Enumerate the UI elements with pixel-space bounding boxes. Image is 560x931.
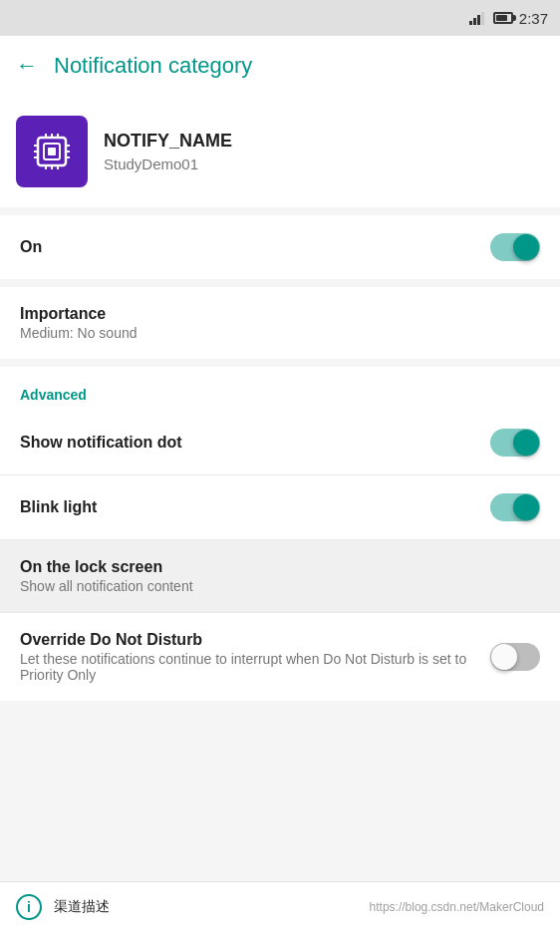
dnd-toggle[interactable] [490,643,540,671]
show-dot-toggle[interactable] [490,429,540,457]
importance-value: Medium: No sound [20,325,540,341]
bottom-watermark: i 渠道描述 https://blog.csdn.net/MakerCloud [0,881,560,931]
status-bar: 2:37 [0,0,560,36]
signal-icon [469,11,487,25]
advanced-header: Advanced [0,367,560,411]
svg-rect-2 [477,15,480,25]
lock-screen-value: Show all notification content [20,578,540,594]
importance-label: Importance [20,305,540,323]
app-text-info: NOTIFY_NAME StudyDemo01 [104,131,232,172]
bottom-url: https://blog.csdn.net/MakerCloud [370,900,544,914]
importance-section: Importance Medium: No sound [0,287,560,359]
show-dot-label: Show notification dot [20,434,182,451]
importance-row[interactable]: Importance Medium: No sound [0,287,560,359]
dnd-value: Let these notifications continue to inte… [20,651,478,683]
on-section: On [0,215,560,279]
app-package: StudyDemo01 [104,155,232,172]
app-icon-svg [28,128,76,175]
svg-rect-0 [469,21,472,25]
channel-label: 渠道描述 [54,898,110,916]
svg-rect-1 [473,18,476,25]
advanced-section: Advanced Show notification dot Blink lig… [0,367,560,701]
svg-rect-3 [481,12,484,25]
on-toggle-row: On [0,215,560,279]
app-icon [16,116,88,187]
page-title: Notification category [54,53,252,79]
blink-light-row: Blink light [0,475,560,540]
app-name: NOTIFY_NAME [104,131,232,152]
svg-rect-6 [48,148,56,155]
dnd-row: Override Do Not Disturb Let these notifi… [0,613,560,701]
blink-light-toggle[interactable] [490,493,540,521]
show-dot-row: Show notification dot [0,411,560,475]
blink-light-label: Blink light [20,498,97,515]
back-button[interactable]: ← [16,55,38,77]
info-icon: i [16,894,42,920]
battery-icon [493,12,513,24]
status-time: 2:37 [519,10,548,27]
toolbar: ← Notification category [0,36,560,96]
on-label: On [20,238,42,255]
lock-screen-row[interactable]: On the lock screen Show all notification… [0,540,560,613]
status-icons: 2:37 [469,10,548,27]
on-toggle[interactable] [490,233,540,261]
app-info-section: NOTIFY_NAME StudyDemo01 [0,96,560,207]
lock-screen-label: On the lock screen [20,558,540,576]
dnd-label: Override Do Not Disturb [20,631,478,649]
